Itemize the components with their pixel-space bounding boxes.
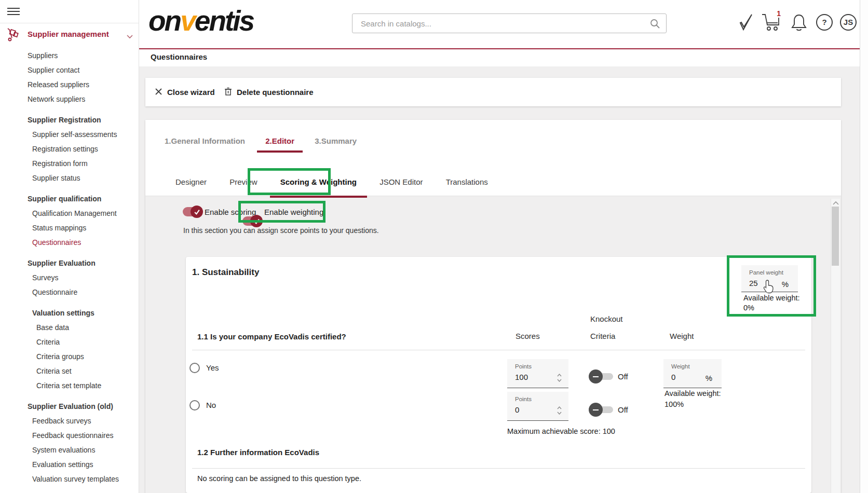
knockout-toggle-no[interactable]: Off (589, 403, 651, 417)
browser-scrollbar[interactable] (860, 0, 868, 493)
sidebar-item[interactable]: Criteria groups (0, 349, 139, 364)
help-icon[interactable]: ? (816, 14, 833, 31)
knockout-state-no: Off (618, 403, 628, 417)
close-icon (155, 88, 162, 97)
avatar-initials: JS (844, 18, 853, 26)
sidebar-item[interactable]: Registration settings (0, 142, 139, 156)
cart-icon[interactable]: 1 (760, 11, 782, 32)
weight-label: Weight (671, 363, 690, 369)
scroll-up-icon (833, 201, 839, 205)
close-wizard-button[interactable]: Close wizard (155, 78, 215, 106)
cart-count-badge: 1 (777, 9, 781, 18)
brand-divider (139, 48, 860, 49)
search-icon[interactable] (649, 18, 661, 31)
notifications-bell-icon[interactable] (790, 13, 808, 34)
sidebar-item[interactable]: Criteria set template (0, 378, 139, 393)
enable-scoring-toggle[interactable] (183, 207, 201, 216)
sidebar-item[interactable]: Qualification Management (0, 206, 139, 221)
wizard-toolbar: Close wizard Delete questionnaire (145, 78, 841, 106)
sidebar-item[interactable]: Criteria (0, 335, 139, 349)
sidebar-item[interactable]: Valuation survey templates (0, 472, 139, 486)
sidebar-item[interactable]: Suppliers (0, 48, 139, 63)
tab-preview[interactable]: Preview (219, 177, 267, 196)
sidebar-item[interactable]: Released suppliers (0, 77, 139, 92)
delete-questionnaire-label: Delete questionnaire (237, 88, 314, 97)
sidebar-section-header: Supplier qualification (0, 191, 139, 206)
sidebar-section-header: Supplier Evaluation (old) (0, 399, 139, 414)
option-yes-radio[interactable] (189, 363, 200, 373)
sidebar-item[interactable]: Base data (0, 320, 139, 335)
mouse-cursor-icon (763, 280, 775, 294)
sidebar-item-supplier-management[interactable]: Supplier management (0, 27, 139, 43)
sidebar-item[interactable]: Supplier contact (0, 63, 139, 77)
stepper-icon[interactable] (557, 406, 562, 417)
wizard-steps: 1.General Information 2.Editor 3.Summary (156, 136, 367, 153)
sidebar-item[interactable]: Supplier self-assessments (0, 127, 139, 142)
weight-input[interactable] (671, 373, 700, 381)
tab-json-editor[interactable]: JSON Editor (369, 177, 433, 196)
checkmark-icon[interactable] (736, 12, 755, 34)
minus-icon (589, 369, 603, 384)
option-no-label: No (206, 400, 216, 410)
menu-icon[interactable] (7, 8, 20, 15)
points-input-yes[interactable] (515, 373, 544, 381)
sidebar-item[interactable]: Evaluation settings (0, 457, 139, 472)
knockout-toggle-yes[interactable]: Off (589, 369, 651, 384)
sidebar-item[interactable]: Status mappings (0, 221, 139, 235)
sidebar-item[interactable]: Feedback surveys (0, 414, 139, 428)
step-summary[interactable]: 3.Summary (306, 136, 365, 150)
column-header-scores: Scores (516, 332, 540, 340)
panel-weight-label: Panel weight (749, 269, 783, 276)
points-label: Points (515, 396, 532, 402)
tab-translations[interactable]: Translations (436, 177, 498, 196)
sidebar-item[interactable]: Criteria set (0, 364, 139, 378)
sidebar-item[interactable]: Network suppliers (0, 92, 139, 106)
step-general-information[interactable]: 1.General Information (156, 136, 253, 150)
sidebar: Supplier management Suppliers Supplier c… (0, 0, 139, 493)
chevron-down-icon[interactable] (127, 32, 133, 40)
onventis-logo[interactable]: onventis (148, 4, 253, 37)
panel-title: 1. Sustainability (192, 267, 259, 278)
close-wizard-label: Close wizard (167, 88, 215, 97)
sidebar-item-questionnaires[interactable]: Questionnaires (0, 235, 139, 250)
step-editor[interactable]: 2.Editor (257, 136, 303, 153)
sidebar-divider (0, 23, 139, 23)
question-available-weight-value: 100% (664, 400, 684, 408)
trash-icon (224, 87, 232, 98)
sidebar-item[interactable]: System evaluations (0, 443, 139, 457)
delete-questionnaire-button[interactable]: Delete questionnaire (224, 78, 314, 106)
sidebar-section-header: Valuation settings (0, 306, 139, 320)
sustainability-panel: 1. Sustainability Panel weight % Availab… (186, 257, 811, 493)
help-glyph: ? (822, 18, 826, 26)
knockout-state-yes: Off (618, 369, 628, 384)
max-score-text: Maximum achievable score: 100 (507, 427, 615, 435)
tab-designer[interactable]: Designer (165, 177, 217, 196)
column-header-weight: Weight (670, 332, 694, 340)
enable-weighting-label: Enable weighting (264, 208, 323, 217)
sidebar-item[interactable]: Supplier status (0, 171, 139, 185)
breadcrumb: Questionnaires (151, 52, 207, 61)
question-1-title: 1.1 Is your company EcoVadis certified? (197, 332, 346, 341)
logo-check-glyph: v (180, 5, 195, 37)
sidebar-item[interactable]: Questionnaire (0, 285, 139, 299)
avatar[interactable]: JS (840, 14, 857, 31)
enable-weighting-toggle[interactable] (242, 216, 261, 226)
handtruck-icon (5, 27, 21, 44)
tab-scoring-weighting[interactable]: Scoring & Weighting (270, 177, 367, 198)
weight-field: Weight % (663, 359, 722, 388)
editor-tabs: Designer Preview Scoring & Weighting JSO… (165, 177, 498, 198)
search-input[interactable] (361, 14, 641, 33)
sidebar-section-header: Supplier Registration (0, 113, 139, 127)
row-divider (192, 350, 805, 350)
points-field-yes: Points (507, 359, 568, 388)
panel-scrollbar-thumb[interactable] (832, 207, 839, 266)
points-input-no[interactable] (515, 405, 544, 414)
toggle-check-icon (191, 206, 203, 218)
question-available-weight-label: Available weight: (664, 389, 721, 398)
sidebar-item[interactable]: Registration form (0, 156, 139, 171)
option-no-radio[interactable] (189, 400, 200, 410)
points-field-no: Points (507, 392, 568, 421)
sidebar-item[interactable]: Surveys (0, 270, 139, 285)
stepper-icon[interactable] (557, 373, 562, 384)
sidebar-item[interactable]: Feedback questionnaires (0, 428, 139, 443)
